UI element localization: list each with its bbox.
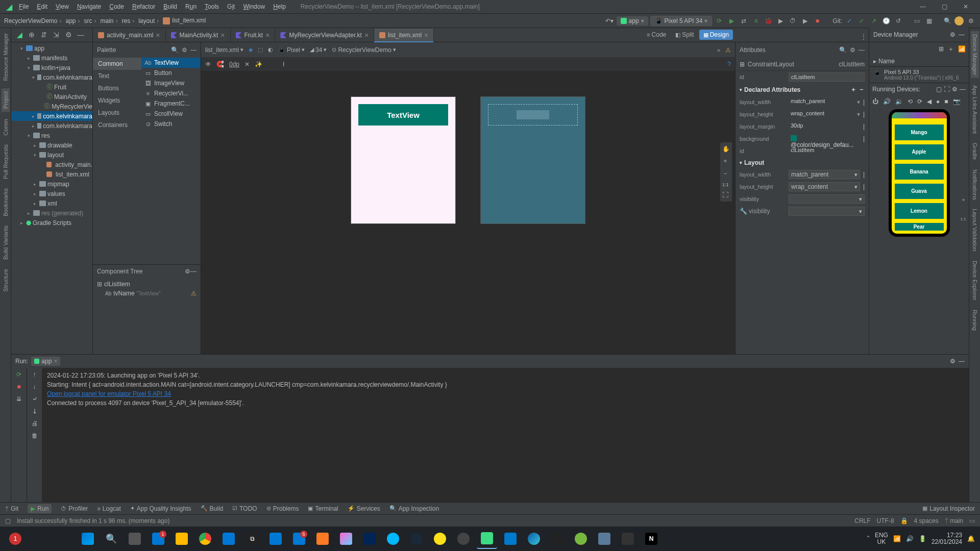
debug-icon[interactable]: 🐞 bbox=[763, 16, 773, 26]
default-margin[interactable]: 0dp bbox=[229, 61, 239, 68]
close-tab-icon[interactable]: × bbox=[265, 31, 270, 39]
taskbar-app[interactable] bbox=[336, 529, 356, 549]
dropdown-icon[interactable]: ▾ bbox=[857, 111, 860, 118]
palette-item[interactable]: ⊙Switch bbox=[141, 119, 201, 129]
tool-project[interactable]: Project bbox=[2, 88, 10, 112]
print-icon[interactable]: 🖨 bbox=[32, 420, 38, 427]
tool-build[interactable]: 🔨 Build bbox=[201, 505, 224, 512]
hide-icon[interactable]: — bbox=[859, 46, 865, 54]
select-target-icon[interactable]: ⊕ bbox=[28, 31, 36, 39]
screenshot-icon[interactable]: 📷 bbox=[953, 98, 961, 105]
search-icon[interactable]: 🔍 bbox=[171, 46, 179, 54]
tool-services[interactable]: ⚡ Services bbox=[348, 505, 380, 512]
close-tab-icon[interactable]: × bbox=[156, 31, 160, 39]
more-icon[interactable]: » bbox=[717, 47, 720, 53]
git-commit-icon[interactable]: ✓ bbox=[856, 16, 867, 26]
zoom-out-icon[interactable]: － bbox=[722, 169, 730, 178]
sdk-icon[interactable]: ▦ bbox=[924, 16, 934, 26]
attr-dropdown[interactable]: match_parent▾ bbox=[789, 170, 860, 179]
tree-node[interactable]: ▸mipmap bbox=[11, 179, 92, 189]
palette-category[interactable]: Layouts bbox=[93, 107, 141, 119]
tool-app-inspection[interactable]: 🔍 App Inspection bbox=[389, 505, 439, 512]
design-canvas[interactable]: TextView ✋ ＋ － 1:1 ⛶ bbox=[201, 71, 735, 354]
tree-file[interactable]: ⓒFruit bbox=[11, 82, 92, 92]
component-tree-item[interactable]: AbtvName "TextView"⚠ bbox=[93, 289, 201, 298]
xampp-icon[interactable] bbox=[312, 529, 333, 549]
menu-file[interactable]: File bbox=[15, 2, 32, 11]
design-preview[interactable]: TextView bbox=[351, 96, 456, 224]
device-picker[interactable]: 📱 Pixel ▾ bbox=[278, 46, 305, 54]
dropdown-icon[interactable]: ▾ bbox=[857, 98, 860, 106]
menu-tools[interactable]: Tools bbox=[201, 2, 223, 11]
hide-icon[interactable]: — bbox=[959, 31, 965, 38]
view-options-icon[interactable]: 👁 bbox=[205, 61, 211, 68]
wrap-icon[interactable]: ⤶ bbox=[32, 395, 37, 403]
power-icon[interactable]: ⏻ bbox=[872, 98, 878, 105]
lock-icon[interactable]: 🔒 bbox=[900, 517, 908, 524]
tree-node[interactable]: ▸drawable bbox=[11, 140, 92, 150]
palette-category[interactable]: Common bbox=[93, 58, 141, 70]
menu-help[interactable]: Help bbox=[270, 2, 289, 11]
list-item[interactable]: Guava bbox=[895, 184, 944, 199]
hide-icon[interactable]: — bbox=[960, 86, 966, 93]
rerun-icon[interactable]: ⟳ bbox=[16, 371, 21, 378]
gear-icon[interactable]: ⚙ bbox=[182, 46, 187, 54]
clear-icon[interactable]: 🗑 bbox=[32, 432, 38, 439]
up-icon[interactable]: ↑ bbox=[33, 371, 36, 378]
collapse-icon[interactable]: ⇲ bbox=[52, 31, 60, 39]
system-tray[interactable]: ˄ ENGUK 📶 🔊 🔋 17:2322/01/2024 🔔 bbox=[867, 532, 975, 545]
emulator-screen[interactable]: Mango Apple Banana Guava Lemon Pear bbox=[892, 112, 947, 234]
tree-node[interactable]: ▸manifests bbox=[11, 53, 92, 63]
run-icon[interactable]: ▶ bbox=[726, 16, 737, 26]
run-config-selector[interactable]: app▾ bbox=[617, 16, 648, 26]
start-icon[interactable] bbox=[78, 529, 98, 549]
tool-device-explorer[interactable]: Device Explorer bbox=[972, 259, 978, 303]
attach-icon[interactable]: ▶ bbox=[800, 16, 810, 26]
volume-icon[interactable]: 🔊 bbox=[906, 535, 914, 542]
tool-layout-validation[interactable]: Layout Validation bbox=[972, 207, 978, 254]
rotate-left-icon[interactable]: ⟲ bbox=[908, 98, 913, 105]
back-icon[interactable]: ◀ bbox=[927, 98, 932, 105]
night-icon[interactable]: ◐ bbox=[268, 46, 273, 53]
tool-gradle[interactable]: Gradle bbox=[972, 141, 978, 162]
close-tab-icon[interactable]: × bbox=[220, 31, 225, 39]
autoconnect-icon[interactable]: 🧲̸ bbox=[216, 61, 224, 68]
breadcrumb-item[interactable]: RecyclerViewDemo bbox=[4, 17, 63, 24]
run-console[interactable]: 2024-01-22 17:23:05: Launching app on 'P… bbox=[42, 368, 969, 502]
zoom-in-icon[interactable]: ＋ bbox=[722, 157, 730, 165]
menu-run[interactable]: Run bbox=[182, 2, 200, 11]
coverage-icon[interactable]: ▶ bbox=[775, 16, 786, 26]
git-rollback-icon[interactable]: ↺ bbox=[893, 16, 903, 26]
palette-item[interactable]: 🖼ImageView bbox=[141, 78, 201, 88]
hide-icon[interactable]: — bbox=[77, 31, 85, 39]
tool-running[interactable]: Running bbox=[972, 308, 978, 333]
search-icon[interactable]: 🔍 bbox=[942, 16, 952, 26]
gear-icon[interactable]: ⚙ bbox=[950, 31, 955, 38]
attr-section-declared[interactable]: ▾Declared Attributes＋－ bbox=[736, 83, 869, 96]
logcat-link[interactable]: Open logcat panel for emulator Pixel 5 A… bbox=[47, 390, 171, 397]
menu-view[interactable]: View bbox=[52, 2, 72, 11]
remove-icon[interactable]: － bbox=[859, 85, 865, 94]
clear-icon[interactable]: ✕ bbox=[244, 61, 250, 68]
tool-bookmarks[interactable]: Bookmarks bbox=[3, 186, 9, 218]
taskbar-app[interactable] bbox=[453, 529, 474, 549]
store-icon[interactable] bbox=[218, 529, 239, 549]
down-icon[interactable]: ↓ bbox=[33, 383, 36, 390]
tree-file[interactable]: activity_main. bbox=[11, 160, 92, 169]
scroll-icon[interactable]: ⤓ bbox=[32, 408, 37, 415]
taskbar-app[interactable]: 1 bbox=[148, 529, 168, 549]
battery-icon[interactable]: 🔋 bbox=[919, 535, 926, 542]
view-mode-design[interactable]: ▦ Design bbox=[699, 30, 733, 40]
attr-input-id[interactable] bbox=[789, 72, 865, 82]
palette-category[interactable]: Widgets bbox=[93, 94, 141, 107]
tool-device-manager[interactable]: Device Manager bbox=[971, 31, 979, 78]
chrome-icon[interactable] bbox=[195, 529, 215, 549]
maximize-button[interactable]: ▢ bbox=[934, 0, 954, 13]
zoom-fit-icon[interactable]: 1:1 bbox=[722, 182, 730, 187]
add-icon[interactable]: ＋ bbox=[850, 85, 856, 94]
gear-icon[interactable]: ⚙ bbox=[850, 46, 855, 54]
tool-resource-manager[interactable]: Resource Manager bbox=[3, 31, 9, 83]
menu-edit[interactable]: Edit bbox=[33, 2, 51, 11]
tree-node[interactable]: ▾layout bbox=[11, 150, 92, 160]
menu-refactor[interactable]: Refactor bbox=[129, 2, 159, 11]
